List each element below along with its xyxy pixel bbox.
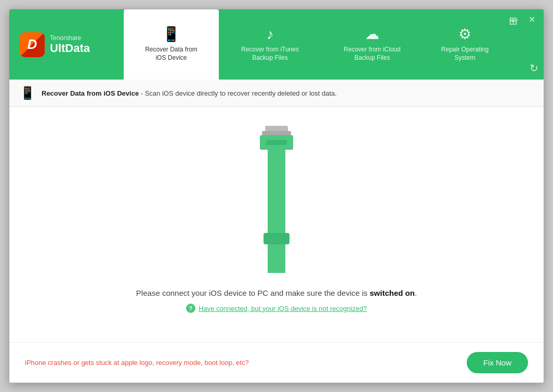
connect-text-bold: switched on [370,289,415,297]
device-icon: 📱 [20,86,35,100]
bottom-bar: iPhone crashes or gets stuck at apple lo… [9,342,544,383]
connect-text-normal: Please connect your iOS device to PC and… [136,289,370,297]
logo-area: D Tenorshare UltData [9,9,124,80]
info-bar: 📱 Recover Data from iOS Device - Scan iO… [9,80,544,107]
tab-repair-os[interactable]: ⚙ Repair Operating System [423,9,507,80]
tab-icloud-backup[interactable]: ☁ Recover from iCloud Backup Files [321,9,423,80]
cable-connector-body [260,135,293,150]
connect-message: Please connect your iOS device to PC and… [136,289,417,297]
cable-knot [264,233,289,244]
connect-text-end: . [415,289,417,297]
cable-illustration [260,126,293,273]
tabs-area: 📱 Recover Data from iOS Device ♪ Recover… [124,9,507,80]
ios-device-icon: 📱 [162,27,180,42]
tab-icloud-label: Recover from iCloud Backup Files [337,46,407,62]
tab-itunes-label: Recover from iTunes Backup Files [234,46,306,62]
help-icon: ? [186,304,195,313]
icloud-icon: ☁ [365,27,379,42]
main-content: Please connect your iOS device to PC and… [9,107,544,342]
cable-shoulder [262,131,291,135]
info-description-rest: - Scan iOS device directly to recover re… [139,89,337,97]
screenshot-icon[interactable]: ⊞ [509,15,518,27]
info-description-bold: Recover Data from iOS Device [42,89,139,97]
logo-text: Tenorshare UltData [50,34,90,55]
refresh-icon[interactable]: ↻ [530,62,538,74]
tab-ios-device[interactable]: 📱 Recover Data from iOS Device [124,9,219,80]
cable-upper [268,150,285,233]
cable-lower [268,244,285,273]
title-bar: D Tenorshare UltData 📱 Recover Data from… [9,9,544,80]
brand-name: Tenorshare [50,34,90,42]
crash-message: iPhone crashes or gets stuck at apple lo… [25,359,249,367]
product-name: UltData [50,42,90,55]
close-button[interactable]: ✕ [525,15,538,25]
info-description: Recover Data from iOS Device - Scan iOS … [42,89,337,97]
tab-itunes-backup[interactable]: ♪ Recover from iTunes Backup Files [219,9,321,80]
help-link[interactable]: Have connected, but your iOS device is n… [199,305,367,312]
repair-icon: ⚙ [458,27,471,42]
app-window: D Tenorshare UltData 📱 Recover Data from… [9,9,544,383]
cable-tip [265,126,288,131]
help-link-row: ? Have connected, but your iOS device is… [186,304,367,313]
app-logo-icon: D [20,32,45,57]
tab-repair-label: Repair Operating System [439,46,491,62]
tab-ios-device-label: Recover Data from iOS Device [139,46,203,62]
fix-now-button[interactable]: Fix Now [467,352,528,373]
itunes-icon: ♪ [267,27,274,42]
